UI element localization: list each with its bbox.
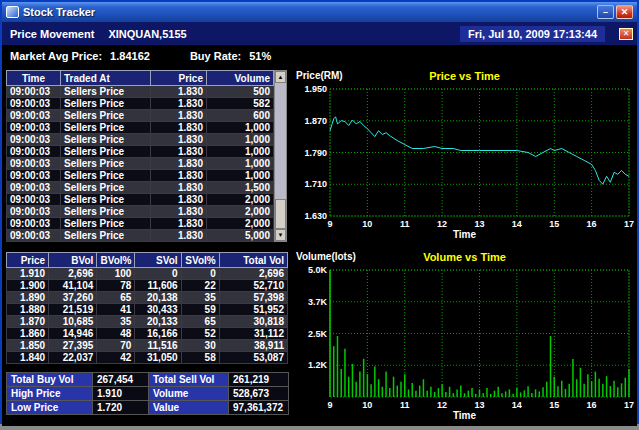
summary-value: 1.910: [93, 387, 149, 401]
table-cell: 1,500: [207, 182, 274, 194]
table-row: 1.88021,5194130,4335951,952: [7, 304, 288, 316]
column-header: SVol%: [181, 253, 219, 268]
table-row: 1.84022,0374231,0505853,087: [7, 352, 288, 364]
table-cell: Sellers Price: [61, 218, 151, 230]
table-cell: 16,166: [135, 328, 181, 340]
table-cell: 11,606: [135, 280, 181, 292]
market-avg-price-label: Market Avg Price:: [10, 50, 102, 62]
window-title: Stock Tracker: [23, 6, 593, 18]
table-cell: 21,519: [49, 304, 97, 316]
svg-text:12: 12: [437, 400, 447, 410]
table-cell: 30,818: [219, 316, 287, 328]
table-cell: 11,516: [135, 340, 181, 352]
close-button[interactable]: ✕: [616, 5, 633, 19]
price-chart-canvas: 910111213141516171.6301.7101.7901.8701.9…: [294, 84, 635, 229]
column-header: BVol: [49, 253, 97, 268]
table-cell: 1.840: [7, 352, 49, 364]
table-cell: 35: [97, 316, 135, 328]
table-row: 09:00:03Sellers Price1.8301,000: [7, 122, 274, 134]
table-cell: Sellers Price: [61, 146, 151, 158]
svg-text:2.5K: 2.5K: [308, 329, 328, 339]
svg-text:10: 10: [362, 219, 372, 229]
column-header: SVol: [135, 253, 181, 268]
column-header: BVol%: [97, 253, 135, 268]
summary-value: 97,361,372: [229, 401, 289, 415]
svg-text:14: 14: [512, 400, 522, 410]
table-row: 09:00:03Sellers Price1.830500: [7, 86, 274, 98]
table-cell: 20,133: [135, 316, 181, 328]
main-content: TimeTraded AtPriceVolume 09:00:03Sellers…: [2, 66, 637, 426]
trades-header-row: TimeTraded AtPriceVolume: [7, 71, 274, 86]
trades-scrollbar[interactable]: ▲ ▼: [274, 70, 287, 242]
minimize-button[interactable]: –: [597, 5, 614, 19]
scrollbar-track[interactable]: [275, 83, 286, 229]
summary-label: Value: [149, 401, 229, 415]
table-cell: 09:00:03: [7, 218, 61, 230]
svg-text:12: 12: [437, 219, 447, 229]
volume-chart-canvas: 910111213141516171.2K2.5K3.7K5.0K: [294, 265, 635, 410]
svg-text:1.2K: 1.2K: [308, 360, 328, 370]
table-row: 09:00:03Sellers Price1.8301,000: [7, 158, 274, 170]
table-cell: 65: [181, 316, 219, 328]
panel-close-button[interactable]: ✕: [619, 28, 633, 40]
table-cell: 09:00:03: [7, 182, 61, 194]
column-header: Traded At: [61, 71, 151, 86]
scroll-up-button[interactable]: ▲: [275, 71, 286, 83]
depth-table: PriceBVolBVol%SVolSVol%Total Vol 1.9102,…: [6, 252, 288, 364]
table-cell: 20,138: [135, 292, 181, 304]
svg-text:1.790: 1.790: [304, 148, 327, 158]
table-cell: 22,037: [49, 352, 97, 364]
table-cell: 1,000: [207, 170, 274, 182]
table-cell: 1.890: [7, 292, 49, 304]
svg-text:3.7K: 3.7K: [308, 297, 328, 307]
table-cell: 1.830: [151, 110, 207, 122]
table-cell: 52: [181, 328, 219, 340]
summary-label: Total Buy Vol: [7, 373, 93, 387]
svg-text:5.0K: 5.0K: [308, 265, 328, 275]
table-row: 09:00:03Sellers Price1.8301,000: [7, 170, 274, 182]
table-cell: 2,000: [207, 206, 274, 218]
table-cell: 2,000: [207, 218, 274, 230]
summary-value: 1.720: [93, 401, 149, 415]
table-row: 1.86014,9464816,1665231,112: [7, 328, 288, 340]
table-row: 09:00:03Sellers Price1.8302,000: [7, 194, 274, 206]
table-cell: 42: [97, 352, 135, 364]
table-cell: 09:00:03: [7, 206, 61, 218]
column-header: Price: [7, 253, 49, 268]
market-info-bar: Market Avg Price: 1.84162 Buy Rate: 51%: [2, 46, 637, 66]
table-cell: Sellers Price: [61, 122, 151, 134]
summary-row: High Price1.910Volume528,673: [7, 387, 289, 401]
table-cell: 1.830: [151, 146, 207, 158]
table-cell: Sellers Price: [61, 206, 151, 218]
table-cell: 1.830: [151, 98, 207, 110]
table-cell: 5,000: [207, 230, 274, 242]
price-chart-title: Price vs Time: [294, 70, 635, 82]
price-chart: Price(RM) Price vs Time 9101112131415161…: [294, 70, 635, 241]
table-cell: 14,946: [49, 328, 97, 340]
table-cell: 1.880: [7, 304, 49, 316]
summary-label: Volume: [149, 387, 229, 401]
volume-x-axis-label: Time: [294, 410, 635, 422]
table-cell: 09:00:03: [7, 86, 61, 98]
summary-value: 261,219: [229, 373, 289, 387]
table-cell: 582: [207, 98, 274, 110]
buy-rate-label: Buy Rate:: [190, 50, 241, 62]
table-cell: 09:00:03: [7, 158, 61, 170]
scroll-down-button[interactable]: ▼: [275, 229, 286, 241]
svg-text:16: 16: [587, 219, 597, 229]
table-cell: 57,398: [219, 292, 287, 304]
summary-table: Total Buy Vol267,454Total Sell Vol261,21…: [6, 372, 289, 415]
table-cell: Sellers Price: [61, 182, 151, 194]
table-cell: 1.830: [151, 170, 207, 182]
table-cell: Sellers Price: [61, 134, 151, 146]
market-avg-price-value: 1.84162: [110, 50, 150, 62]
table-cell: 09:00:03: [7, 170, 61, 182]
scrollbar-thumb[interactable]: [275, 199, 286, 229]
buy-rate-value: 51%: [249, 50, 271, 62]
titlebar[interactable]: Stock Tracker – ✕: [2, 2, 637, 22]
table-cell: 30: [181, 340, 219, 352]
table-cell: Sellers Price: [61, 230, 151, 242]
table-row: 1.89037,2606520,1383557,398: [7, 292, 288, 304]
table-cell: 78: [97, 280, 135, 292]
table-cell: 1.830: [151, 206, 207, 218]
